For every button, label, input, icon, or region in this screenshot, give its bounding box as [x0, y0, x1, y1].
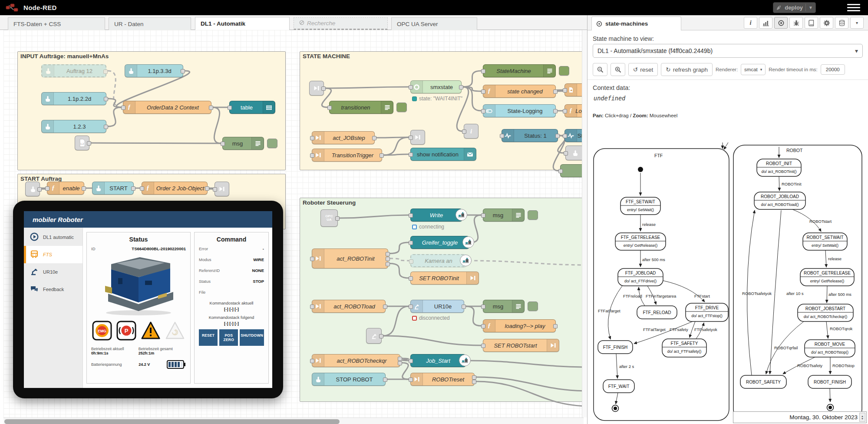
input-port[interactable]: [221, 142, 225, 146]
node-set-robotstart[interactable]: SET ROBOTstart: [483, 339, 559, 352]
tab-ur-daten[interactable]: UR - Daten: [109, 17, 191, 30]
input-port[interactable]: [481, 344, 485, 348]
node-smxstate[interactable]: smxstate: [410, 80, 462, 93]
node-greifer-toggle[interactable]: Greifer_toggle: [410, 236, 469, 249]
zoom-out-button[interactable]: [593, 63, 607, 76]
input-port[interactable]: [310, 305, 314, 309]
input-port[interactable]: [310, 359, 314, 363]
canvas-horizontal-scrollbar[interactable]: [3, 417, 584, 424]
debug-toggle-button[interactable]: [528, 301, 538, 311]
renderer-select[interactable]: smcat▾: [741, 64, 766, 75]
output-port[interactable]: [555, 134, 560, 138]
toolbar-info-icon[interactable]: i: [744, 17, 757, 29]
menu-item-dl1-automatic[interactable]: DL1 automatic: [24, 229, 83, 246]
output-port[interactable]: [87, 141, 91, 146]
debug-toggle-button[interactable]: [559, 66, 569, 76]
tab-dl1-automatik[interactable]: DL1 - Automatik: [195, 17, 290, 30]
node-state-logging[interactable]: State-Logging: [483, 104, 556, 117]
node-status-cut[interactable]: St: [564, 129, 584, 142]
input-port[interactable]: [213, 187, 217, 192]
output-port[interactable]: [386, 252, 390, 256]
node-statemachine[interactable]: StateMachine: [483, 64, 556, 77]
node-set-robotinit[interactable]: SET ROBOTinit: [410, 272, 479, 285]
input-port[interactable]: [409, 359, 413, 363]
input-port[interactable]: [409, 305, 413, 309]
output-port[interactable]: [104, 125, 108, 129]
node-orderdata-2-context[interactable]: ƒOrderData 2 Context: [123, 101, 211, 114]
output-port[interactable]: [104, 97, 108, 101]
node-order-2-job-object[interactable]: ƒOrder 2 Job-Object: [142, 182, 208, 195]
input-port[interactable]: [481, 213, 485, 218]
output-port[interactable]: [335, 216, 340, 221]
toolbar-caret-down-icon[interactable]: ▾: [850, 17, 864, 29]
node-file-12[interactable]: 1.2: [75, 136, 89, 150]
node-table[interactable]: table: [229, 101, 275, 114]
node-inject-grey-start[interactable]: [25, 182, 40, 196]
output-port[interactable]: [205, 186, 209, 191]
node-robot-grey[interactable]: [366, 328, 382, 344]
output-port[interactable]: [321, 86, 326, 91]
input-port[interactable]: [481, 109, 485, 113]
output-port[interactable]: [398, 357, 402, 361]
node-info-node[interactable]: i: [464, 124, 479, 139]
node-enable[interactable]: ƒenable: [47, 182, 84, 195]
tab-fts-daten-css[interactable]: FTS-Daten + CSS: [8, 17, 105, 30]
node-act-robotload[interactable]: act_ROBOTload: [312, 300, 386, 313]
toolbar-context-icon[interactable]: [835, 17, 848, 29]
output-port[interactable]: [383, 378, 387, 382]
zoom-in-button[interactable]: [611, 63, 625, 76]
output-port[interactable]: [181, 69, 185, 73]
node-act-robotinit[interactable]: act_ROBOTinit: [312, 248, 388, 268]
output-port[interactable]: [383, 305, 387, 309]
menu-item-fts[interactable]: FTS: [24, 246, 83, 263]
input-port[interactable]: [409, 152, 413, 157]
node-link-out-start[interactable]: [215, 182, 229, 196]
deploy-caret-icon[interactable]: ▼: [809, 5, 813, 10]
node-msg-ur[interactable]: msg: [483, 300, 525, 313]
node-opc-ua-grey[interactable]: OPCUA: [320, 209, 338, 227]
menu-item-feedback[interactable]: Feedback: [24, 281, 83, 298]
input-port[interactable]: [481, 69, 485, 73]
input-port[interactable]: [121, 106, 125, 110]
node-link-out-sm[interactable]: [410, 130, 425, 145]
node-stop-robot[interactable]: STOP ROBOT: [312, 373, 386, 386]
output-port[interactable]: [553, 324, 558, 328]
toolbar-book-icon[interactable]: [805, 17, 818, 29]
reset-button[interactable]: RESET: [199, 329, 218, 346]
output-port[interactable]: [472, 375, 476, 380]
state-machine-diagram[interactable]: FTFROBOTreleaseafter 500 msFTFinTargetar…: [590, 142, 865, 424]
node-transitionen[interactable]: transitionen: [329, 101, 393, 114]
node-status-1[interactable]: Status: 1: [502, 129, 558, 142]
node-job-start[interactable]: Job_Start: [410, 354, 466, 367]
output-port[interactable]: [82, 186, 86, 191]
input-port[interactable]: [409, 213, 413, 218]
input-port[interactable]: [563, 88, 567, 93]
menu-item-ur10e[interactable]: UR10e: [24, 263, 83, 281]
input-port[interactable]: [409, 259, 413, 264]
input-port[interactable]: [310, 136, 314, 140]
input-port[interactable]: [409, 85, 413, 89]
node-link-in-sm[interactable]: [309, 81, 324, 96]
toolbar-gear-icon[interactable]: [820, 17, 833, 29]
node-file-export[interactable]: [564, 83, 584, 96]
toolbar-debug-icon[interactable]: [789, 17, 803, 29]
input-port[interactable]: [500, 134, 504, 138]
node-start[interactable]: START: [92, 182, 134, 195]
input-port[interactable]: [310, 257, 314, 261]
node-act-robotcheckqr[interactable]: act_ROBOTcheckqr: [312, 354, 400, 367]
node-msg-write[interactable]: msg: [483, 209, 525, 222]
output-port[interactable]: [386, 257, 390, 261]
input-port[interactable]: [563, 109, 567, 113]
node-transitiontrigger[interactable]: TransitionTrigger: [312, 149, 382, 162]
hamburger-menu-icon[interactable]: [847, 3, 860, 13]
output-port[interactable]: [553, 89, 558, 94]
node-log-cut[interactable]: ƒLog: [564, 104, 584, 117]
input-port[interactable]: [481, 89, 485, 94]
node-green-cut[interactable]: [560, 164, 584, 177]
output-port[interactable]: [37, 187, 42, 192]
output-port[interactable]: [472, 380, 476, 384]
input-port[interactable]: [228, 106, 232, 110]
input-port[interactable]: [462, 129, 466, 134]
node-kamera-an[interactable]: Kamera an: [410, 254, 467, 267]
toolbar-chart-icon[interactable]: [759, 17, 772, 29]
